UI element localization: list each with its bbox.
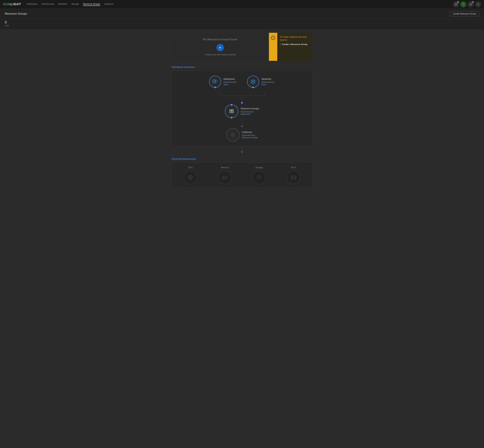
svg-rect-50 [225,177,225,178]
svg-line-14 [253,81,254,82]
inter-line-bottom [242,153,242,158]
svg-rect-25 [231,110,231,111]
networks-deps-label: Dependencies: [261,81,275,83]
rg-deps-value[interactable]: Datastores [241,113,259,115]
cpu-icon-circle [184,171,197,184]
instances-name: Instances [242,131,258,133]
networks-node: Networks Dependencies: None [247,76,275,88]
instances-icon-circle [226,128,240,142]
inter-dot [241,151,243,153]
logo: SUNLIGHT [3,2,21,6]
svg-point-29 [241,126,243,127]
nav-dashboard[interactable]: Dashboard [27,3,37,6]
top-nodes-row: Datastores Dependencies: None [175,76,309,88]
rg-name: Resource Groups [241,107,259,110]
nav-infrastructure[interactable]: Infrastructure [41,3,54,6]
svg-point-57 [295,177,296,178]
physical-section-title: Physical Infrastructure [171,158,313,160]
top-connector-svg [192,91,292,104]
svg-line-13 [252,81,253,82]
datastores-name: Datastores [224,78,237,80]
rg-dot-top [231,104,232,106]
resource-groups-node: Resource Groups Dependencies: Datastores [225,104,259,118]
resource-groups-icon-circle [225,104,238,118]
svg-rect-24 [230,110,234,113]
physical-box: CPU [171,163,313,188]
svg-rect-56 [292,177,293,178]
instances-node: Instances Dependencies: Resource Groups [226,128,258,142]
datastores-icon-circle [209,76,221,88]
networks-info: Networks Dependencies: None [261,78,275,86]
warning-title: To create instances you first need to: [280,35,310,41]
networks-deps-value[interactable]: None [261,83,275,86]
nav-links: Dashboard Infrastructure Networks Storag… [27,3,453,6]
physical-section: Physical Infrastructure CPU [171,158,313,188]
create-resource-group-button[interactable]: Create Resource Group [450,11,479,16]
svg-point-3 [463,3,464,4]
inter-line-top [242,146,242,151]
svg-rect-27 [231,112,233,112]
svg-line-16 [253,82,254,83]
nav-resource-groups[interactable]: Resource Groups [83,3,100,6]
physical-items: CPU [175,166,309,184]
nav-icons: 0 0 [453,1,481,7]
screen-icon-btn[interactable]: 0 [453,1,459,7]
settings-icon-btn[interactable] [475,1,481,7]
warning-icon: ! [271,36,275,40]
datastores-deps-label: Dependencies: [224,81,237,83]
datastores-info: Datastores Dependencies: None [224,78,237,86]
rg-dot-bottom [231,117,232,119]
networks-icon-circle [247,76,259,88]
page-header: Resource Groups Create Resource Group [0,9,484,19]
stats-count: 0 [5,21,479,24]
instances-deps-label: Dependencies: [242,134,258,136]
warning-content: To create instances you first need to: 1… [277,33,313,61]
empty-state-title: No Resource Group Found [203,38,237,41]
cpu-label: CPU [188,166,193,169]
notice-panel: No Resource Group Found + Create your fi… [171,33,313,61]
inter-section-connector [171,146,313,158]
warning-stripe: ! [269,33,277,61]
rg-instances-connector-svg [192,118,292,128]
svg-line-15 [252,82,253,83]
nics-icon-circle [287,171,300,184]
datastores-dot [214,87,216,88]
nav-networks[interactable]: Networks [58,3,67,6]
svg-rect-0 [455,3,457,5]
rg-info: Resource Groups Dependencies: Datastores [241,107,259,115]
cpu-item: CPU [184,166,197,184]
svg-point-4 [478,4,478,5]
bell-icon-btn[interactable]: 0 [468,1,474,7]
instances-deps-value[interactable]: Resource Groups [242,136,258,139]
rg-deps-label: Dependencies: [241,111,259,113]
nics-label: NICS [291,166,296,169]
networks-name: Networks [261,78,275,80]
bell-badge: 0 [472,1,474,3]
stats-bar: 0 Total [0,19,484,29]
user-icon-btn[interactable] [460,1,466,7]
datastores-deps-value[interactable]: None [224,83,237,86]
svg-rect-34 [189,176,191,178]
instances-info: Instances Dependencies: Resource Groups [242,131,258,139]
main-content: No Resource Group Found + Create your fi… [0,29,484,191]
datastores-node: Datastores Dependencies: None [209,76,237,88]
nav-instances[interactable]: Instances [104,3,114,6]
nav-storage[interactable]: Storage [71,3,79,6]
page-title: Resource Groups [5,12,27,16]
warning-panel: ! To create instances you first need to:… [269,33,313,61]
screen-badge: 0 [457,1,459,3]
virtualised-section-title: Virtualised resources [171,65,313,68]
svg-rect-26 [232,110,233,111]
memory-item: Memory [218,166,232,184]
diagram-wrapper: Virtualised resources [171,65,313,188]
instances-node-row: Instances Dependencies: Resource Groups [175,128,309,142]
storage-icon-circle [252,171,266,184]
svg-point-32 [232,134,233,135]
create-first-resource-button[interactable]: + [217,44,224,51]
navbar: SUNLIGHT Dashboard Infrastructure Networ… [0,0,484,9]
storage-item: Storage [252,166,266,184]
memory-label: Memory [221,166,229,169]
networks-dot [252,87,254,88]
svg-point-23 [241,102,243,104]
empty-state: No Resource Group Found + Create your fi… [171,33,269,61]
